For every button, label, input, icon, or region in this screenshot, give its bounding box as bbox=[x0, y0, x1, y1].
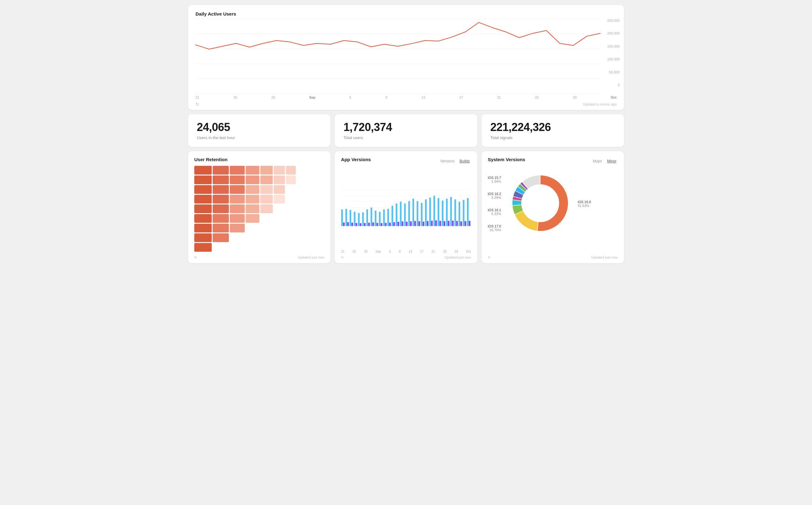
app-versions-footer: ↻ Updated just now bbox=[341, 256, 471, 260]
svg-rect-62 bbox=[418, 221, 420, 226]
svg-rect-18 bbox=[363, 212, 364, 226]
retention-cell bbox=[260, 195, 273, 203]
svg-rect-64 bbox=[427, 221, 428, 226]
retention-cell bbox=[286, 175, 296, 184]
bar-chart-svg bbox=[341, 168, 471, 248]
bar-x-label: Sep bbox=[376, 250, 381, 253]
bar-x-label: 29 bbox=[454, 250, 458, 253]
svg-rect-39 bbox=[450, 197, 452, 226]
bottom-row: User Retention ↻ Updated just now App Ve… bbox=[188, 151, 624, 263]
svg-rect-30 bbox=[413, 198, 414, 226]
retention-cell bbox=[213, 233, 229, 242]
retention-cell bbox=[260, 166, 273, 175]
svg-rect-20 bbox=[371, 207, 372, 226]
retention-row bbox=[194, 233, 324, 242]
retention-cell bbox=[274, 175, 285, 184]
app-versions-header: App Versions Versions Builds bbox=[341, 157, 471, 166]
x-axis-label: Oct bbox=[611, 96, 617, 99]
retention-cell bbox=[213, 195, 229, 203]
tab-minor[interactable]: Minor bbox=[606, 158, 618, 164]
metric-card-1: 1,720,374 Total users bbox=[335, 114, 477, 147]
system-left-labels: iOS 15.71.94%iOS 16.23.29%iOS 16.15.33%i… bbox=[488, 173, 503, 235]
retention-row bbox=[194, 243, 324, 252]
svg-rect-17 bbox=[358, 213, 360, 226]
user-retention-footer: ↻ Updated just now bbox=[194, 256, 324, 260]
user-retention-title: User Retention bbox=[194, 157, 324, 162]
dau-refresh-icon[interactable]: ↻ bbox=[195, 102, 199, 107]
x-axis-label: 25 bbox=[234, 96, 237, 99]
svg-rect-47 bbox=[356, 223, 357, 226]
retention-cell bbox=[194, 233, 212, 242]
retention-cell bbox=[194, 214, 212, 223]
tab-major[interactable]: Major bbox=[591, 158, 603, 164]
app-versions-refresh[interactable]: ↻ bbox=[341, 256, 344, 260]
app-versions-updated: Updated just now bbox=[445, 256, 471, 259]
svg-rect-31 bbox=[417, 201, 418, 226]
metric-label-1: Total users bbox=[344, 135, 468, 140]
svg-rect-49 bbox=[364, 223, 366, 226]
retention-cell bbox=[274, 185, 285, 194]
tab-versions[interactable]: Versions bbox=[439, 158, 456, 164]
retention-cell bbox=[194, 185, 212, 194]
dau-title: Daily Active Users bbox=[195, 11, 617, 16]
bar-x-label: 9 bbox=[399, 250, 401, 253]
system-label-left: iOS 16.15.33% bbox=[488, 208, 503, 216]
retention-cell bbox=[213, 185, 229, 194]
retention-row bbox=[194, 166, 324, 175]
bar-x-label: Oct bbox=[466, 250, 471, 253]
retention-cell bbox=[230, 195, 245, 203]
bar-x-label: 29 bbox=[364, 250, 367, 253]
tab-builds[interactable]: Builds bbox=[458, 158, 471, 164]
svg-rect-13 bbox=[341, 209, 343, 226]
svg-rect-44 bbox=[343, 222, 345, 226]
x-axis-label: 29 bbox=[271, 96, 275, 99]
retention-updated: Updated just now bbox=[298, 256, 324, 259]
x-axis-label: 13 bbox=[421, 96, 425, 99]
metric-card-0: 24,065 Users in the last hour bbox=[188, 114, 330, 147]
retention-cell bbox=[230, 166, 245, 175]
retention-cell bbox=[194, 224, 212, 232]
svg-rect-68 bbox=[444, 221, 445, 226]
system-refresh[interactable]: ↻ bbox=[488, 256, 491, 260]
x-axis-label: 5 bbox=[349, 96, 351, 99]
svg-rect-15 bbox=[350, 210, 351, 226]
svg-rect-51 bbox=[372, 222, 374, 226]
bar-x-label: 25 bbox=[353, 250, 356, 253]
user-retention-card: User Retention ↻ Updated just now bbox=[188, 151, 330, 263]
donut-svg bbox=[506, 169, 574, 237]
x-axis-label: Sep bbox=[309, 96, 315, 99]
svg-rect-71 bbox=[456, 221, 458, 226]
retention-row bbox=[194, 185, 324, 194]
svg-rect-37 bbox=[442, 200, 443, 226]
metrics-row: 24,065 Users in the last hour 1,720,374 … bbox=[188, 114, 624, 147]
retention-cell bbox=[230, 204, 245, 213]
dau-x-axis: 212529Sep591317212529Oct bbox=[195, 94, 617, 99]
svg-rect-46 bbox=[352, 222, 353, 226]
svg-rect-60 bbox=[410, 221, 412, 226]
svg-rect-55 bbox=[389, 222, 391, 226]
retention-cell bbox=[260, 204, 273, 213]
retention-cell bbox=[246, 214, 259, 223]
dashboard: Daily Active Users 0 50,000 100,000 150,… bbox=[188, 5, 624, 263]
bar-x-label: 17 bbox=[420, 250, 423, 253]
svg-rect-34 bbox=[429, 198, 431, 226]
x-axis-label: 17 bbox=[459, 96, 463, 99]
svg-rect-26 bbox=[396, 203, 397, 226]
svg-rect-40 bbox=[454, 199, 456, 226]
svg-rect-43 bbox=[467, 198, 468, 226]
svg-rect-61 bbox=[414, 221, 416, 226]
svg-rect-29 bbox=[408, 201, 410, 226]
retention-cell bbox=[230, 185, 245, 194]
svg-rect-66 bbox=[435, 220, 437, 226]
retention-refresh[interactable]: ↻ bbox=[194, 256, 197, 260]
x-axis-label: 9 bbox=[386, 96, 387, 99]
dau-chart-area: 0 50,000 100,000 150,000 200,000 250,000 bbox=[195, 19, 617, 94]
retention-cell bbox=[274, 166, 285, 175]
retention-cell bbox=[213, 166, 229, 175]
retention-cell bbox=[230, 224, 245, 232]
svg-rect-70 bbox=[452, 221, 454, 226]
x-axis-label: 21 bbox=[497, 96, 501, 99]
bar-x-label: 13 bbox=[408, 250, 412, 253]
system-versions-content: iOS 15.71.94%iOS 16.23.29%iOS 16.15.33%i… bbox=[488, 169, 618, 239]
metric-value-0: 24,065 bbox=[197, 121, 321, 134]
